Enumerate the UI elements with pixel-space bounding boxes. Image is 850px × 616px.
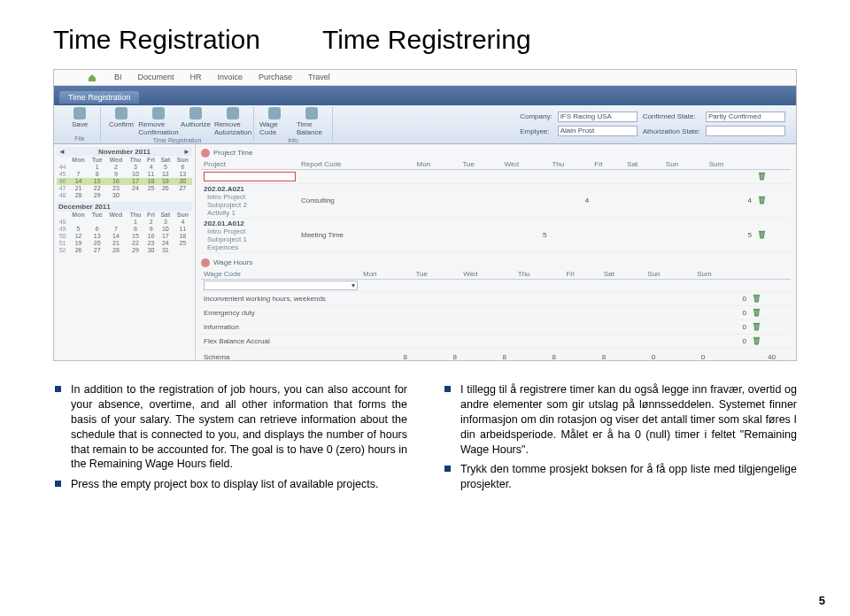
save-button[interactable]: Save [65,107,95,128]
tab-bar: Time Registration [54,86,796,105]
trash-icon[interactable] [757,171,767,181]
timebalance-button[interactable]: Time Balance [297,107,327,136]
calendar-nov[interactable]: MonTueWedThuFriSatSun4412345645789101112… [57,157,192,199]
employee-field[interactable]: Alain Prost [558,126,638,136]
tab-time-registration[interactable]: Time Registration [59,91,139,104]
company-label: Company: [520,112,552,120]
authorize-button[interactable]: Authorize [181,107,211,136]
project-time-title: Project Time [213,149,252,157]
timebalance-label: Time Balance [297,120,327,136]
svg-rect-5 [753,322,760,323]
page-title-no: Time Registrering [322,25,531,55]
ribbon-section-file: File [74,135,84,142]
home-icon[interactable] [88,73,98,82]
confirm-button[interactable]: Confirm [106,107,136,136]
wagecode-dropdown[interactable]: ▾ [204,281,358,290]
trash-icon[interactable] [757,195,767,204]
trash-icon[interactable] [752,335,761,345]
svg-rect-0 [759,172,765,173]
screenshot-frame: BI Document HR Invoice Purchase Travel T… [53,69,797,361]
ribbon: Save File Confirm Remove Confirmation Au… [54,105,796,144]
menu-hr[interactable]: HR [190,73,202,82]
next-month-icon[interactable]: ► [183,148,190,156]
wagecode-button[interactable]: Wage Code [259,107,290,136]
remove-confirm-button[interactable]: Remove Confirmation [143,107,174,136]
pin-icon-2 [201,258,210,267]
trash-icon[interactable] [752,293,761,303]
bullet-no-1: I tillegg til å registrere timer kan du … [443,382,797,457]
svg-rect-3 [753,294,760,295]
trash-icon[interactable] [752,307,761,317]
ribbon-section-info: Info [288,137,298,143]
svg-rect-2 [759,231,765,232]
bullets-en: In addition to the registration of job h… [53,382,407,497]
project-time-grid: ProjectReport CodeMonTueWedThuFriSatSunS… [201,159,791,253]
app-menubar: BI Document HR Invoice Purchase Travel [54,70,796,86]
bullet-en-1: In addition to the registration of job h… [53,382,407,472]
save-label: Save [72,120,88,128]
confstate-field: Partly Confirmed [706,112,785,122]
authstate-field [706,126,785,136]
svg-rect-4 [753,308,760,309]
company-field[interactable]: IFS Racing USA [558,112,638,122]
menu-travel[interactable]: Travel [308,73,330,82]
menu-purchase[interactable]: Purchase [259,73,292,82]
menu-bi[interactable]: BI [114,73,122,82]
confstate-label: Confirmed State: [643,112,700,120]
bullets-no: I tillegg til å registrere timer kan du … [443,382,797,497]
authstate-label: Athorization State: [643,127,700,135]
menu-document[interactable]: Document [138,73,174,82]
page-number: 5 [819,594,825,607]
bullet-no-2: Trykk den tomme prosjekt boksen for å få… [443,462,797,492]
svg-rect-6 [753,336,760,337]
month2-label: December 2011 [58,203,111,211]
wagecode-label: Wage Code [259,120,290,136]
month1-label: November 2011 [98,148,151,156]
bullet-en-2: Press the empty project box to display l… [53,477,407,492]
svg-rect-1 [759,196,765,197]
prev-month-icon[interactable]: ◄ [58,148,66,156]
pin-icon [201,149,210,158]
confirm-label: Confirm [109,120,134,128]
remove-confirm-label: Remove Confirmation [138,120,178,136]
remove-auth-label: Remove Autorization [214,120,251,136]
wage-hours-grid: Wage CodeMonTueWedThuFriSatSunSum▾Inconv… [201,269,791,349]
ribbon-section-timereg: Time Registration [153,137,202,143]
authorize-label: Authorize [181,120,211,128]
calendar-dec[interactable]: MonTueWedThuFriSatSun4812344956789101150… [57,212,192,254]
trash-icon[interactable] [752,321,761,331]
employee-label: Emplyee: [520,127,552,135]
empty-project-box[interactable] [204,172,296,181]
remove-auth-button[interactable]: Remove Autorization [218,107,248,136]
trash-icon[interactable] [757,229,767,239]
calendar-panel: ◄November 2011► MonTueWedThuFriSatSun441… [54,144,196,361]
wage-summary-grid: Schema888880040Presence0Remaining8888800… [201,352,791,361]
menu-invoice[interactable]: Invoice [218,73,243,82]
wage-hours-title: Wage Hours [213,258,252,266]
page-title-en: Time Registration [53,25,260,55]
